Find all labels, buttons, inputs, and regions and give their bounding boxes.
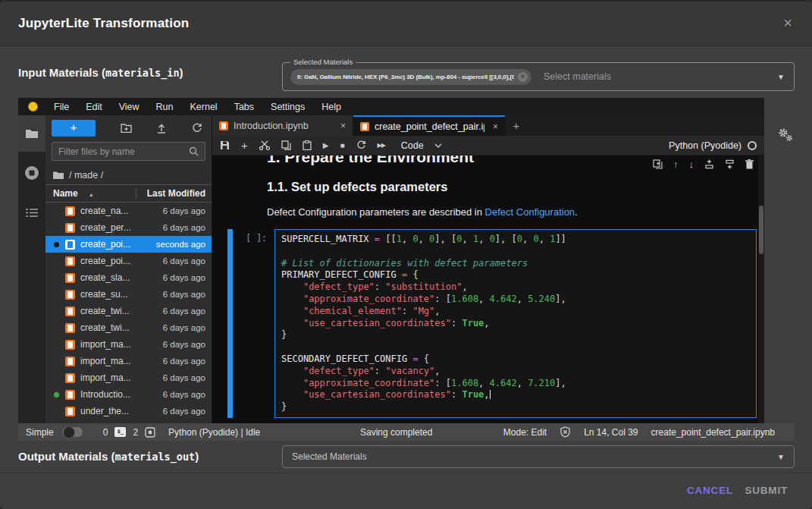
output-materials-select[interactable]: Selected Materials ▼ [282, 445, 795, 468]
kernel-status-text[interactable]: Python (Pyodide) | Idle [168, 427, 260, 438]
code-editor[interactable]: SUPERCELL_MATRIX = [[1, 0, 0], [0, 1, 0]… [274, 229, 757, 418]
file-row[interactable]: create_twi...6 days ago [45, 319, 212, 336]
file-row[interactable]: create_poi...6 days ago [45, 253, 212, 269]
file-browser-tab[interactable] [18, 115, 45, 152]
delete-cell-icon[interactable] [745, 159, 754, 169]
tab-create-point-defect-pair[interactable]: create_point_defect_pair.ip × [353, 115, 505, 136]
add-cell-icon[interactable]: + [241, 139, 248, 152]
column-last-modified[interactable]: Last Modified [136, 188, 212, 199]
file-name: import_ma... [80, 356, 140, 366]
cell-type-select[interactable]: Code [401, 140, 442, 151]
running-dot-icon [54, 392, 59, 397]
file-row[interactable]: create_per...6 days ago [45, 219, 212, 236]
cut-icon[interactable] [259, 140, 270, 150]
file-browser: + Filter files by name [45, 115, 212, 423]
menu-item-view[interactable]: View [111, 102, 148, 112]
code-cell: [ ]: SUPERCELL_MATRIX = [[1, 0, 0], [0, … [227, 229, 757, 418]
notebook-icon [65, 256, 75, 266]
kernels-count[interactable]: 2 [133, 427, 138, 438]
copy-icon[interactable] [281, 140, 291, 150]
notebook-icon [65, 390, 75, 400]
file-row[interactable]: import_ma...6 days ago [45, 353, 212, 369]
insert-cell-below-icon[interactable] [725, 159, 735, 169]
cancel-button[interactable]: CANCEL [687, 485, 733, 496]
simple-mode-toggle[interactable] [62, 427, 83, 437]
menu-item-settings[interactable]: Settings [262, 102, 313, 112]
scrollbar-thumb[interactable] [759, 206, 763, 254]
input-materials-label: Input Materials (materials_in) [18, 66, 183, 79]
menu-item-run[interactable]: Run [148, 102, 182, 112]
run-icon[interactable]: ▶ [323, 141, 329, 149]
close-icon[interactable]: × [783, 15, 792, 30]
folder-icon [53, 171, 64, 179]
stop-icon[interactable]: ■ [340, 141, 344, 149]
file-row[interactable]: create_twi...6 days ago [45, 303, 212, 319]
file-modified: 6 days ago [140, 390, 212, 399]
file-modified: 6 days ago [140, 273, 212, 282]
selected-materials-input[interactable]: Selected Materials 0: GaN, Gallium Nitri… [282, 62, 795, 91]
file-name: import_ma... [80, 372, 140, 383]
cell-prompt: [ ]: [233, 229, 274, 418]
file-name: create_per... [80, 222, 140, 233]
refresh-icon[interactable] [192, 123, 202, 134]
filter-files-input[interactable]: Filter files by name [52, 142, 205, 161]
breadcrumb[interactable]: / made / [45, 165, 212, 184]
cell-collapser[interactable] [227, 229, 233, 418]
restart-kernel-icon[interactable] [356, 140, 366, 150]
run-all-icon[interactable]: ▶▶ [378, 142, 385, 149]
file-row[interactable]: create_su...6 days ago [45, 286, 212, 303]
upload-icon[interactable] [156, 123, 167, 134]
file-row[interactable]: import_ma...6 days ago [45, 336, 212, 353]
notebook-content[interactable]: 1. Prepare the Environment 1.1. Set up d… [212, 156, 764, 423]
running-sessions-tab[interactable] [18, 152, 45, 194]
table-of-contents-tab[interactable] [18, 194, 45, 231]
code-line [281, 246, 750, 258]
material-chip[interactable]: 0: GaN, Gallium Nitride, HEX (P6_3mc) 3D… [290, 69, 531, 85]
terminals-count[interactable]: 0 [103, 427, 108, 438]
file-name: create_poi... [80, 239, 140, 250]
file-modified: 6 days ago [140, 290, 212, 299]
menu-item-edit[interactable]: Edit [77, 102, 111, 112]
file-row[interactable]: create_poi...seconds ago [45, 236, 212, 253]
tab-introduction[interactable]: Introduction.ipynb × [212, 115, 353, 136]
save-icon[interactable] [220, 140, 230, 150]
insert-cell-above-icon[interactable] [704, 159, 714, 169]
column-name[interactable]: Name▲ [45, 188, 136, 199]
paste-icon[interactable] [303, 140, 312, 150]
cursor-position[interactable]: Ln 14, Col 39 [584, 427, 638, 438]
settings-gears-icon[interactable] [772, 121, 798, 147]
list-icon [26, 208, 38, 218]
select-materials-placeholder: Select materials [544, 71, 611, 82]
kernel-status-icon [748, 141, 757, 150]
breadcrumb-path: / made / [69, 170, 103, 181]
close-tab-icon[interactable]: × [493, 121, 498, 132]
menu-item-kernel[interactable]: Kernel [182, 102, 226, 112]
menu-item-help[interactable]: Help [313, 102, 350, 112]
close-tab-icon[interactable]: × [340, 121, 346, 131]
defect-configuration-link[interactable]: Defect Configuration [485, 206, 575, 218]
output-label-code: materials_out [115, 451, 196, 463]
file-row[interactable]: create_sla...6 days ago [45, 269, 212, 286]
menu-item-file[interactable]: File [45, 102, 77, 112]
chip-remove-icon[interactable]: ✕ [518, 72, 528, 82]
add-tab-button[interactable]: + [505, 115, 528, 136]
kernel-indicator[interactable]: Python (Pyodide) [669, 140, 757, 151]
file-row[interactable]: Introductio...6 days ago [45, 386, 212, 403]
submit-button[interactable]: SUBMIT [745, 485, 788, 496]
menu-item-tabs[interactable]: Tabs [226, 102, 262, 112]
code-line: } [281, 401, 750, 413]
move-cell-down-icon[interactable]: ↓ [689, 159, 694, 170]
notebook-heading-2: 1.1. Set up defects parameters [267, 180, 447, 194]
new-launcher-button[interactable]: + [52, 120, 96, 137]
file-row[interactable]: import_ma...6 days ago [45, 369, 212, 386]
file-modified: 6 days ago [140, 373, 212, 382]
duplicate-cell-icon[interactable] [653, 159, 663, 169]
chevron-down-icon[interactable]: ▼ [777, 73, 785, 81]
new-folder-icon[interactable] [121, 123, 132, 133]
shield-x-icon[interactable] [560, 426, 571, 438]
file-row[interactable]: create_na...6 days ago [45, 203, 212, 219]
move-cell-up-icon[interactable]: ↑ [673, 159, 679, 170]
mode-indicator[interactable]: Mode: Edit [503, 427, 547, 438]
file-row[interactable]: under_the...6 days ago [45, 403, 212, 419]
code-line: "use_cartesian_coordinates": True, [281, 318, 750, 330]
